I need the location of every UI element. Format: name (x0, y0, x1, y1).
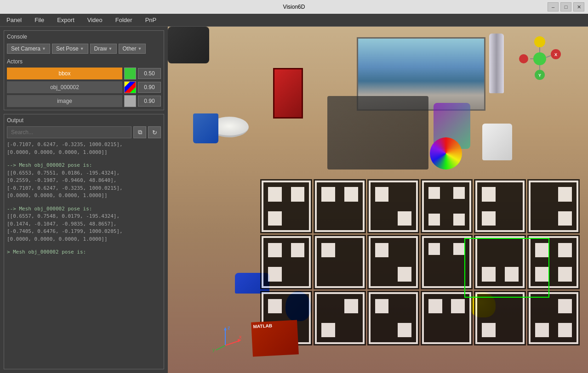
search-input[interactable] (7, 126, 131, 138)
svg-point-10 (519, 54, 528, 63)
pot-object (168, 27, 209, 63)
console-buttons: Set Camera ▼ Set Pose ▼ Draw ▼ Other ▼ (7, 44, 161, 54)
actor-obj-swatch[interactable] (124, 81, 136, 93)
copy-button[interactable]: ⧉ (133, 126, 146, 138)
main-layout: Console Set Camera ▼ Set Pose ▼ Draw ▼ O… (0, 27, 588, 373)
menu-folder[interactable]: Folder (113, 16, 135, 24)
actor-image-opacity[interactable] (138, 96, 161, 107)
aruco-grid (260, 179, 580, 345)
minimize-button[interactable]: – (548, 2, 559, 11)
console-label: Console (7, 34, 161, 40)
actor-obj-button[interactable]: obj_000002 (7, 81, 122, 93)
machine-object (327, 96, 428, 170)
window-controls: – □ ✕ (548, 2, 584, 11)
actor-row-image: image (7, 95, 161, 107)
actor-row-obj: obj_000002 (7, 81, 161, 93)
output-block-0: [-0.7107, 0.6247, -0.3235, 1000.0215], [… (7, 141, 159, 156)
title-bar: Vision6D – □ ✕ (0, 0, 588, 14)
mug-object (482, 124, 512, 160)
svg-text:y: y (212, 347, 215, 352)
svg-line-17 (546, 56, 551, 57)
menu-pnp[interactable]: PnP (143, 16, 160, 24)
other-button[interactable]: Other ▼ (119, 44, 146, 54)
output-text[interactable]: [-0.7107, 0.6247, -0.3235, 1000.0215], [… (7, 141, 161, 366)
left-panel: Console Set Camera ▼ Set Pose ▼ Draw ▼ O… (0, 27, 168, 373)
axes-svg: z x y (211, 325, 244, 352)
actors-label: Actors (7, 58, 161, 65)
actor-image-button[interactable]: image (7, 95, 122, 107)
svg-text:Y: Y (538, 73, 541, 78)
spinner-object (430, 137, 462, 170)
set-camera-arrow: ▼ (42, 46, 46, 51)
close-button[interactable]: ✕ (573, 2, 584, 11)
console-section: Console Set Camera ▼ Set Pose ▼ Draw ▼ O… (4, 30, 164, 110)
menu-export[interactable]: Export (54, 16, 77, 24)
set-pose-arrow: ▼ (80, 46, 84, 51)
actor-bbox-opacity[interactable] (138, 68, 161, 79)
matlab-book-object: MATLAB (251, 320, 299, 357)
app-title: Vision6D (283, 4, 305, 10)
svg-point-8 (534, 36, 545, 47)
svg-marker-4 (238, 339, 241, 342)
maximize-button[interactable]: □ (560, 2, 571, 11)
axes-indicator: z x y (211, 325, 244, 352)
output-block-3: > Mesh obj_000002 pose is: (7, 249, 159, 256)
draw-arrow: ▼ (108, 46, 113, 51)
svg-line-3 (225, 341, 239, 345)
actor-obj-opacity[interactable] (138, 82, 161, 93)
menu-panel[interactable]: Panel (4, 16, 24, 24)
svg-line-6 (216, 345, 225, 350)
svg-marker-1 (224, 327, 227, 330)
actor-bbox-swatch[interactable] (124, 68, 136, 79)
viewport[interactable]: MATLAB z x y (168, 27, 588, 373)
output-block-1: --> Mesh obj_000002 pose is: [[0.6553, 0… (7, 162, 159, 200)
svg-text:z: z (228, 325, 230, 330)
blue-cup-object (193, 113, 218, 143)
other-arrow: ▼ (138, 46, 142, 51)
orientation-svg: X Y (514, 34, 565, 89)
set-pose-button[interactable]: Set Pose ▼ (52, 44, 88, 54)
svg-text:X: X (554, 52, 557, 57)
svg-point-9 (533, 52, 546, 65)
draw-button[interactable]: Draw ▼ (90, 44, 117, 54)
set-camera-button[interactable]: Set Camera ▼ (7, 44, 50, 54)
refresh-button[interactable]: ↻ (148, 126, 161, 138)
menu-file[interactable]: File (32, 16, 47, 24)
output-toolbar: ⧉ ↻ (7, 126, 161, 138)
menu-video[interactable]: Video (85, 16, 105, 24)
output-label: Output (7, 117, 161, 124)
orientation-widget: X Y (514, 34, 565, 89)
actor-row-bbox: bbox (7, 68, 161, 79)
actor-bbox-button[interactable]: bbox (7, 68, 122, 79)
output-section: Output ⧉ ↻ [-0.7107, 0.6247, -0.3235, 10… (4, 114, 164, 369)
actor-image-swatch[interactable] (124, 95, 136, 107)
red-frame-object (273, 68, 303, 119)
svg-text:x: x (239, 334, 242, 339)
menu-bar: Panel File Export Video Folder PnP (0, 14, 588, 27)
output-block-2: --> Mesh obj_000002 pose is: [[0.6557, 0… (7, 205, 159, 243)
bottle-object (489, 34, 504, 93)
actors-list: bbox obj_000002 image (7, 68, 161, 107)
